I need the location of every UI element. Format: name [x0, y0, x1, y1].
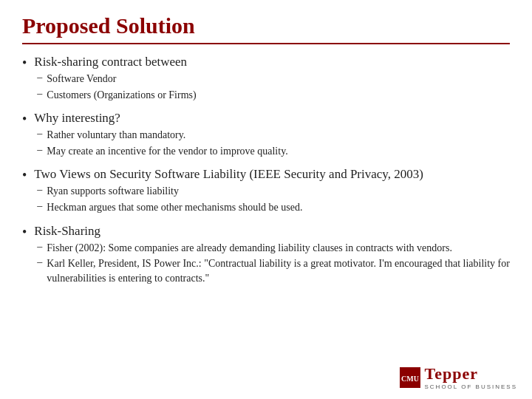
bullet-body-1: Risk-sharing contract between – Software… — [34, 55, 196, 103]
sub-dash: – — [37, 241, 42, 253]
bullet-body-3: Two Views on Security Software Liability… — [34, 167, 423, 216]
bullet-text-3: Two Views on Security Software Liability… — [34, 167, 423, 181]
bullet-body-2: Why interesting? – Rather voluntary than… — [34, 111, 287, 160]
bullet-item-4: • Risk-Sharing – Fisher (2002): Some com… — [22, 224, 510, 287]
slide-container: Proposed Solution • Risk-sharing contrac… — [0, 0, 532, 399]
svg-text:CMU: CMU — [401, 375, 419, 383]
bullet-dot-1: • — [22, 55, 27, 71]
sub-items-1: – Software Vendor – Customers (Organizat… — [37, 72, 196, 102]
tepper-name: Tepper — [425, 364, 518, 383]
tepper-school: SCHOOL OF BUSINESS — [425, 383, 518, 390]
sub-dash: – — [37, 88, 42, 100]
sub-text-1-1: Software Vendor — [47, 72, 116, 86]
logo-box: CMU Tepper SCHOOL OF BUSINESS — [400, 364, 518, 390]
sub-items-2: – Rather voluntary than mandatory. – May… — [37, 128, 287, 158]
logo-area: CMU Tepper SCHOOL OF BUSINESS — [400, 364, 518, 390]
sub-text-4-1: Fisher (2002): Some companies are alread… — [47, 241, 452, 256]
sub-item-2-1: – Rather voluntary than mandatory. — [37, 128, 287, 143]
sub-text-3-2: Heckman argues that some other mechanism… — [47, 200, 302, 215]
sub-item-3-2: – Heckman argues that some other mechani… — [37, 200, 423, 215]
sub-item-3-1: – Ryan supports software liability — [37, 184, 423, 199]
slide-content: • Risk-sharing contract between – Softwa… — [22, 55, 510, 287]
sub-text-2-1: Rather voluntary than mandatory. — [47, 128, 185, 143]
sub-dash: – — [37, 72, 42, 83]
cmu-logo-icon: CMU — [400, 367, 420, 388]
sub-items-3: – Ryan supports software liability – Hec… — [37, 184, 423, 214]
sub-item-2-2: – May create an incentive for the vendor… — [37, 144, 287, 159]
bullet-item-1: • Risk-sharing contract between – Softwa… — [22, 55, 510, 103]
sub-item-4-2: – Karl Keller, President, IS Power Inc.:… — [37, 256, 510, 285]
bullet-text-2: Why interesting? — [34, 111, 120, 125]
bullet-dot-2: • — [22, 112, 27, 127]
bullet-body-4: Risk-Sharing – Fisher (2002): Some compa… — [34, 224, 510, 287]
sub-dash: – — [37, 200, 42, 212]
sub-items-4: – Fisher (2002): Some companies are alre… — [37, 241, 510, 286]
sub-text-3-1: Ryan supports software liability — [47, 184, 179, 199]
bullet-item-2: • Why interesting? – Rather voluntary th… — [22, 111, 510, 160]
sub-dash: – — [37, 184, 42, 196]
bullet-dot-4: • — [22, 225, 27, 240]
bullet-text-4: Risk-Sharing — [34, 224, 100, 238]
sub-item-1-2: – Customers (Organizations or Firms) — [37, 88, 196, 103]
slide-title: Proposed Solution — [22, 13, 510, 38]
sub-item-1-1: – Software Vendor — [37, 72, 196, 86]
sub-text-4-2: Karl Keller, President, IS Power Inc.: "… — [47, 256, 510, 285]
sub-text-1-2: Customers (Organizations or Firms) — [47, 88, 196, 103]
tepper-logo: Tepper SCHOOL OF BUSINESS — [425, 364, 518, 390]
title-section: Proposed Solution — [22, 13, 510, 44]
sub-text-2-2: May create an incentive for the vendor t… — [47, 144, 287, 159]
sub-dash: – — [37, 128, 42, 140]
sub-dash: – — [37, 256, 42, 268]
sub-dash: – — [37, 144, 42, 156]
sub-item-4-1: – Fisher (2002): Some companies are alre… — [37, 241, 510, 256]
bullet-dot-3: • — [22, 168, 27, 183]
bullet-item-3: • Two Views on Security Software Liabili… — [22, 167, 510, 216]
bullet-text-1: Risk-sharing contract between — [34, 55, 187, 69]
